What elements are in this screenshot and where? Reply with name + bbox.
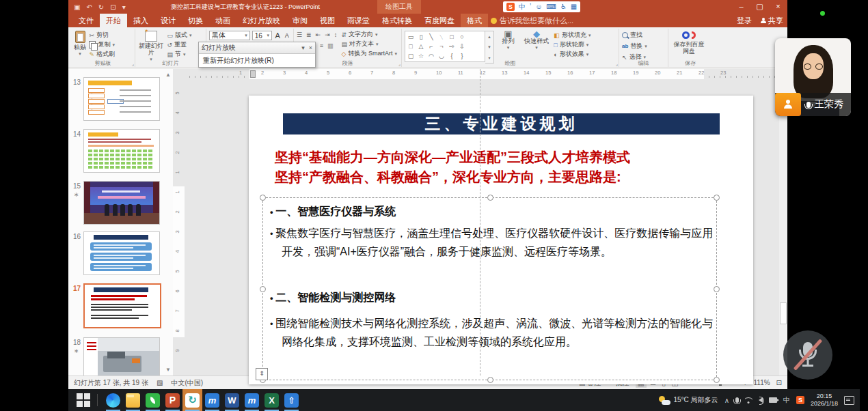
scrollbar-thumb[interactable] — [780, 302, 787, 324]
arrange-button[interactable]: ▣ 排列▾ — [497, 29, 519, 51]
taskbar-app-excel[interactable]: X — [262, 389, 282, 411]
tell-me-box[interactable]: 告诉我您想要做什么... — [491, 14, 573, 27]
smartart-button[interactable]: ◇转换为 SmartArt▾ — [342, 49, 397, 58]
slide-surface[interactable]: 三、专业建设规划 坚持“基础能力—方向深化—产业适配”三段式人才培养模式 坚持“… — [249, 96, 753, 384]
shape-option[interactable]: ▯ — [418, 33, 424, 42]
resize-handle[interactable] — [714, 195, 720, 201]
decrease-indent-button[interactable]: ⇤ — [316, 31, 321, 38]
sogou-tool-icon[interactable]: ’ — [530, 1, 531, 12]
toolbar-close-icon[interactable]: × — [309, 44, 312, 51]
start-slideshow-icon[interactable]: ⊡ — [110, 3, 116, 11]
resize-handle[interactable] — [487, 195, 493, 201]
taskbar-app-upload-tool[interactable]: ⇧ — [282, 389, 301, 411]
reset-button[interactable]: ↺重置 — [167, 40, 191, 49]
microphone-tray-icon[interactable] — [735, 397, 739, 403]
sogou-tool-icon[interactable]: ▦ — [571, 1, 577, 12]
line-spacing-button[interactable]: ↕ — [334, 31, 338, 38]
tab-审阅[interactable]: 审阅 — [286, 14, 314, 27]
section-button[interactable]: ▤节▾ — [167, 50, 191, 59]
cut-button[interactable]: ✂剪切 — [89, 31, 115, 40]
shape-outline-button[interactable]: □形状轮廓▾ — [554, 40, 591, 49]
weather-widget[interactable]: 15°C 局部多云 — [659, 395, 718, 405]
tab-开始[interactable]: 开始 — [100, 14, 127, 27]
thumbnails-scroll-up-icon[interactable]: ▲ — [165, 72, 171, 78]
sogou-logo-icon[interactable]: S — [506, 3, 515, 11]
taskbar-app-m-chat-2[interactable]: m — [242, 389, 262, 411]
shape-option[interactable]: ⌐ — [428, 42, 435, 51]
share-button[interactable]: 共享 — [760, 16, 783, 26]
scroll-up-icon[interactable]: ▲ — [487, 35, 491, 39]
tray-expand-icon[interactable]: ∧ — [724, 397, 729, 404]
shape-option[interactable]: △ — [418, 42, 424, 51]
login-button[interactable]: 登录 — [737, 16, 752, 26]
camera-tray-icon[interactable] — [769, 397, 777, 403]
shape-option[interactable]: □ — [448, 33, 455, 42]
minimize-button[interactable]: – — [732, 0, 750, 14]
replace-button[interactable]: ab替换▾ — [622, 42, 647, 51]
indent-marker[interactable] — [250, 70, 256, 78]
slideshow-floating-toolbar[interactable]: 幻灯片放映 ▾ × 重新开始幻灯片放映(R) — [198, 42, 316, 68]
shape-option[interactable]: ▭ — [407, 33, 414, 42]
font-size-combo[interactable]: 16▾ — [252, 31, 272, 40]
increase-indent-button[interactable]: ⇥ — [325, 31, 330, 38]
taskbar-app-word[interactable]: W — [222, 389, 242, 411]
thumbnails-scroll-down-icon[interactable]: ▼ — [165, 367, 171, 373]
mute-microphone-button[interactable] — [783, 330, 832, 380]
tab-切换[interactable]: 切换 — [182, 14, 209, 27]
tab-视图[interactable]: 视图 — [314, 14, 341, 27]
save-to-baidu-button[interactable]: 保存到百度网盘 — [671, 29, 707, 55]
layout-button[interactable]: ▭版式▾ — [167, 31, 191, 40]
taskbar-app-edge[interactable] — [103, 389, 123, 411]
close-button[interactable]: × — [769, 0, 787, 14]
shape-option[interactable]: ⇩ — [459, 42, 465, 51]
resize-handle[interactable] — [487, 377, 493, 383]
numbering-button[interactable]: ≣ — [306, 31, 312, 38]
slide-subtitle-box[interactable]: 坚持“基础能力—方向深化—产业适配”三段式人才培养模式 坚持“产教融合、科教融合… — [275, 147, 726, 187]
tab-格式[interactable]: 格式 — [461, 14, 488, 27]
quick-styles-button[interactable]: ◆ 快速样式▾ — [522, 29, 551, 51]
sogou-tool-icon[interactable]: 中 — [519, 1, 526, 12]
taskbar-app-green-notes[interactable] — [143, 389, 163, 411]
columns-button[interactable]: ▥ — [327, 42, 334, 49]
align-text-button[interactable]: ▤对齐文本▾ — [342, 40, 397, 48]
find-button[interactable]: 查找 — [622, 31, 647, 40]
sogou-tool-icon[interactable]: ⌨ — [546, 1, 556, 12]
selected-text-box[interactable]: 一、智慧医疗仪器与系统聚焦数字医疗与智慧医疗，涵盖生理信号处理、医疗仪器软硬件设… — [262, 197, 717, 380]
grow-font-button[interactable]: A — [274, 31, 282, 40]
copy-button[interactable]: 复制▾ — [89, 40, 115, 49]
tab-格式转换[interactable]: 格式转换 — [376, 14, 418, 27]
toolbar-dropdown-icon[interactable]: ▾ — [301, 44, 305, 51]
shape-option[interactable]: ⇨ — [448, 42, 455, 51]
shape-option[interactable]: ╲ — [428, 33, 435, 42]
paste-button[interactable]: 粘贴 ▾ — [74, 29, 86, 57]
slide-title-box[interactable]: 三、专业建设规划 — [283, 113, 720, 134]
bullets-button[interactable]: ☰ — [297, 31, 302, 38]
taskbar-app-meeting[interactable]: ↻ — [182, 389, 202, 411]
taskbar-app-m-chat-1[interactable]: m — [202, 389, 222, 411]
tab-插入[interactable]: 插入 — [127, 14, 154, 27]
slide-canvas[interactable]: 三、专业建设规划 坚持“基础能力—方向深化—产业适配”三段式人才培养模式 坚持“… — [185, 79, 779, 375]
tab-设计[interactable]: 设计 — [154, 14, 182, 27]
tab-动画[interactable]: 动画 — [209, 14, 236, 27]
customize-qat-icon[interactable]: ▾ — [122, 3, 126, 11]
taskbar-app-powerpoint[interactable]: P — [163, 389, 182, 411]
sogou-tool-icon[interactable]: ♿ — [560, 1, 567, 12]
notification-center-icon[interactable] — [844, 396, 854, 405]
start-button[interactable] — [75, 392, 92, 408]
sogou-tray-icon[interactable]: S — [796, 396, 804, 404]
tab-幻灯片放映[interactable]: 幻灯片放映 — [236, 14, 286, 27]
language-indicator[interactable]: 中文(中国) — [171, 378, 203, 388]
sogou-ime-toolbar[interactable]: S 中’☺⌨♿▦ — [503, 1, 580, 12]
zoom-level[interactable]: 111% — [754, 379, 770, 386]
maximize-button[interactable]: ▢ — [750, 0, 769, 14]
participant-video-tile[interactable]: 王荣秀 — [775, 38, 851, 116]
taskbar-app-explorer[interactable] — [123, 389, 143, 411]
shape-option[interactable]: ○ — [459, 33, 465, 42]
tab-文件[interactable]: 文件 — [72, 14, 100, 27]
thumbnail-panel[interactable]: ▲ ▼ 131415∗161718∗ — [68, 69, 174, 375]
sogou-tool-icon[interactable]: ☺ — [535, 1, 542, 12]
shape-option[interactable]: □ — [407, 42, 414, 51]
restart-slideshow-menu-item[interactable]: 重新开始幻灯片放映(R) — [199, 54, 315, 67]
undo-icon[interactable]: ↶ — [86, 3, 92, 11]
dialog-launcher-icon[interactable]: ⌟ — [616, 61, 618, 67]
